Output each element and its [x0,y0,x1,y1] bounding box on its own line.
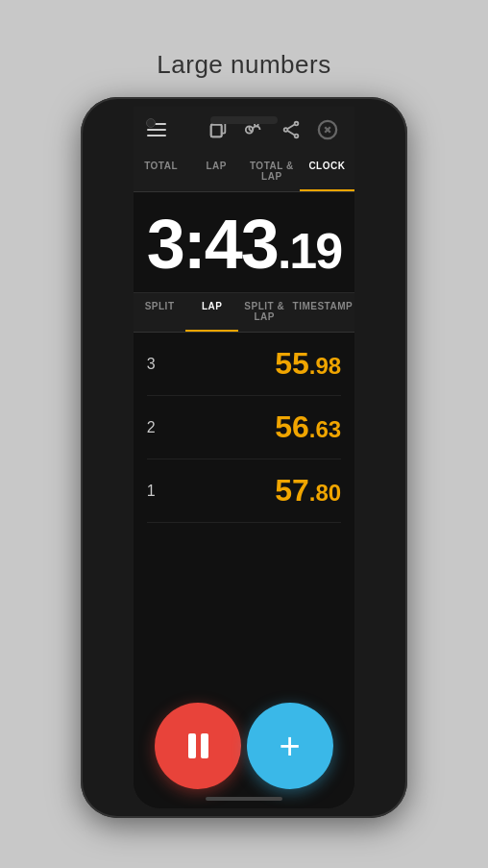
timer-hundredths: .19 [278,223,341,279]
phone-camera [146,118,156,128]
phone-screen: TOTAL LAP TOTAL & LAP CLOCK 3:43.19 SPLI… [134,107,354,808]
timer-value: 3:43.19 [147,210,341,279]
page-title: Large numbers [157,50,330,80]
lap-tab-timestamp[interactable]: TIMESTAMP [291,293,355,332]
pause-button[interactable] [155,703,241,789]
lap-tab-split[interactable]: SPLIT [134,293,186,332]
top-tabs: TOTAL LAP TOTAL & LAP CLOCK [134,153,354,192]
lap-tab-split-lap[interactable]: SPLIT & LAP [238,293,291,332]
tab-total-lap[interactable]: TOTAL & LAP [244,153,300,191]
lap-tab-lap[interactable]: LAP [185,293,238,332]
tab-total[interactable]: TOTAL [134,153,189,191]
svg-line-11 [288,131,295,136]
timer-minutes: 3 [147,206,183,283]
timer-display: 3:43.19 [134,192,354,293]
svg-line-6 [250,130,253,132]
lap-row: 1 57.80 [147,459,341,523]
lap-time: 56.63 [275,409,341,445]
tab-clock[interactable]: CLOCK [300,153,355,191]
timer-separator: : [183,206,205,283]
svg-point-8 [284,128,288,132]
lap-time: 55.98 [275,346,341,382]
svg-line-10 [288,125,295,130]
tab-lap[interactable]: LAP [188,153,244,191]
lap-number: 2 [147,419,156,436]
svg-point-9 [295,135,299,138]
lap-row: 2 56.63 [147,396,341,459]
bottom-buttons: + [134,687,354,808]
pause-icon [188,733,208,758]
toolbar [134,107,354,153]
lap-number: 1 [147,483,156,500]
lap-row: 3 55.98 [147,333,341,396]
svg-rect-1 [211,125,222,137]
timer-seconds: 43 [205,206,278,283]
share-icon[interactable] [278,116,305,143]
phone-speaker [210,116,278,124]
lap-button[interactable]: + [247,703,333,789]
lap-list: 3 55.98 2 56.63 1 57.80 [134,333,354,687]
plus-icon: + [279,728,300,764]
phone-frame: TOTAL LAP TOTAL & LAP CLOCK 3:43.19 SPLI… [81,97,407,818]
close-icon[interactable] [314,116,341,143]
lap-time: 57.80 [275,473,341,508]
lap-number: 3 [147,356,156,373]
svg-point-7 [295,122,299,126]
phone-home-indicator [206,797,282,801]
lap-tabs: SPLIT LAP SPLIT & LAP TIMESTAMP [134,293,354,333]
